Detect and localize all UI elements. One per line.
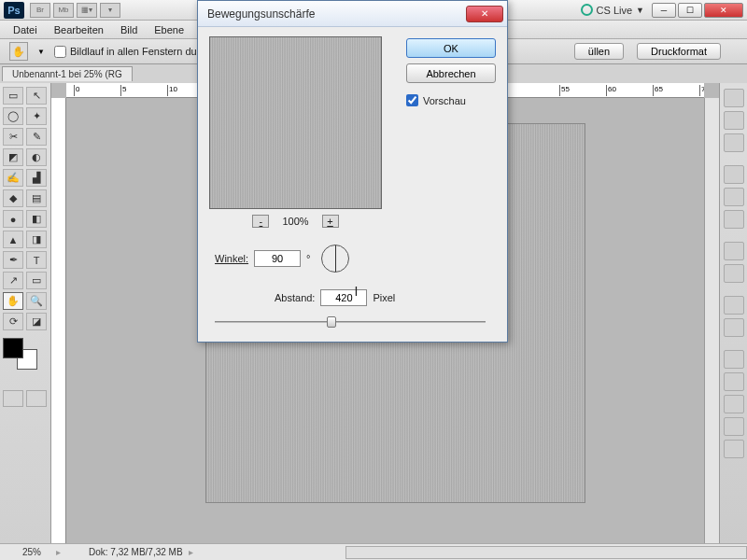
tool-4[interactable]: ✂ [3, 128, 23, 146]
tool-17[interactable]: T [26, 251, 47, 269]
dialog-title: Bewegungsunschärfe [207, 7, 315, 21]
tool-11[interactable]: ▤ [26, 189, 47, 207]
zoom-in-button[interactable]: + [322, 215, 339, 228]
scrollbar-vertical[interactable] [704, 98, 719, 543]
scroll-all-checkbox[interactable]: Bildlauf in allen Fenstern du [54, 46, 197, 58]
panel-icon-0[interactable] [724, 89, 744, 107]
cancel-button[interactable]: Abbrechen [406, 63, 496, 83]
tool-3[interactable]: ✦ [26, 107, 47, 125]
panel-icon-9[interactable] [724, 318, 744, 337]
chevron-down-icon: ▼ [636, 6, 644, 15]
tool-5[interactable]: ✎ [26, 128, 47, 146]
tool-22[interactable]: ⟳ [3, 313, 23, 330]
tool-21[interactable]: 🔍 [26, 292, 47, 310]
tool-10[interactable]: ◆ [3, 189, 23, 207]
menu-datei[interactable]: Datei [6, 22, 45, 37]
dialog-close-button[interactable]: ✕ [466, 6, 503, 22]
tool-16[interactable]: ✒ [3, 251, 23, 269]
preview-checkbox[interactable]: Vorschau [406, 94, 496, 106]
distance-input[interactable] [320, 289, 367, 306]
ok-button[interactable]: OK [406, 38, 496, 58]
panel-icon-10[interactable] [724, 350, 744, 369]
tool-2[interactable]: ◯ [3, 107, 23, 125]
tool-19[interactable]: ▭ [26, 272, 47, 289]
close-button[interactable]: ✕ [704, 3, 743, 18]
ruler-tick: 55 [559, 85, 570, 96]
zoom-label: 100% [282, 216, 308, 227]
panel-icon-1[interactable] [724, 111, 744, 130]
tool-20[interactable]: ✋ [3, 292, 23, 310]
ruler-tick: 5 [120, 85, 126, 96]
cslive-label: CS Live [597, 5, 633, 16]
distance-label: Abstand: [275, 292, 315, 303]
foreground-color[interactable] [3, 338, 23, 358]
panel-icon-2[interactable] [724, 133, 744, 152]
zoom-out-button[interactable]: - [252, 215, 269, 228]
tool-15[interactable]: ◨ [26, 231, 47, 248]
cslive-menu[interactable]: CS Live ▼ [581, 4, 644, 16]
distance-unit: Pixel [373, 292, 395, 303]
tool-14[interactable]: ▲ [3, 231, 23, 248]
degree-label: ° [306, 253, 310, 264]
panel-icon-13[interactable] [724, 417, 744, 436]
app-logo: Ps [4, 2, 24, 19]
tool-7[interactable]: ◐ [26, 148, 47, 166]
maximize-button[interactable]: ☐ [678, 3, 702, 18]
quickmask-button[interactable] [3, 390, 23, 407]
tool-12[interactable]: ● [3, 210, 23, 228]
printformat-button[interactable]: Druckformat [637, 43, 721, 60]
toolbox: ▭↖◯✦✂✎◩◐✍▟◆▤●◧▲◨✒T↗▭✋🔍⟳◪ [0, 83, 51, 543]
document-tab[interactable]: Unbenannt-1 bei 25% (RG [2, 66, 133, 81]
filter-preview[interactable] [209, 36, 382, 209]
minibridge-button[interactable]: Mb [53, 3, 74, 18]
tool-13[interactable]: ◧ [26, 210, 47, 228]
angle-dial[interactable] [321, 245, 349, 273]
ruler-tick: 60 [606, 85, 616, 96]
dialog-titlebar[interactable]: Bewegungsunschärfe ✕ [198, 1, 507, 27]
scroll-all-label: Bildlauf in allen Fenstern du [70, 46, 197, 57]
panel-icon-11[interactable] [724, 372, 744, 391]
motion-blur-dialog: Bewegungsunschärfe ✕ - 100% + OK Abbrech… [197, 0, 508, 343]
bridge-button[interactable]: Br [30, 3, 50, 18]
panel-icon-8[interactable] [724, 296, 744, 315]
menu-bild[interactable]: Bild [113, 22, 145, 37]
color-swatches[interactable] [3, 338, 40, 370]
panel-icon-14[interactable] [724, 440, 744, 458]
panel-icon-12[interactable] [724, 395, 744, 413]
menu-ebene[interactable]: Ebene [147, 22, 191, 37]
menu-bearbeiten[interactable]: Bearbeiten [47, 22, 111, 37]
tool-1[interactable]: ↖ [26, 87, 47, 105]
doc-size-label: Dok: 7,32 MB/7,32 MB [61, 547, 183, 557]
screenmode-button[interactable] [26, 390, 47, 407]
preview-checkbox-label: Vorschau [423, 95, 466, 106]
angle-input[interactable] [254, 250, 301, 267]
panel-icon-7[interactable] [724, 264, 744, 283]
panel-icon-6[interactable] [724, 242, 744, 260]
tool-23[interactable]: ◪ [26, 313, 47, 330]
fill-button[interactable]: üllen [574, 43, 624, 60]
tool-18[interactable]: ↗ [3, 272, 23, 289]
chevron-down-icon[interactable]: ▼ [37, 48, 45, 56]
ruler-vertical [51, 98, 66, 543]
zoom-field[interactable]: 25% [0, 547, 56, 557]
ruler-tick: 70 [699, 85, 704, 96]
scrollbar-horizontal[interactable] [345, 546, 747, 559]
cslive-icon [581, 4, 593, 16]
tool-9[interactable]: ▟ [26, 169, 47, 187]
status-bar: 25% ▸ Dok: 7,32 MB/7,32 MB ▸ [0, 543, 747, 560]
panel-icon-3[interactable] [724, 165, 744, 184]
tool-8[interactable]: ✍ [3, 169, 23, 187]
tool-6[interactable]: ◩ [3, 148, 23, 166]
minimize-button[interactable]: ─ [652, 3, 676, 18]
slider-thumb[interactable] [327, 316, 336, 328]
layout-button[interactable]: ▦▾ [77, 3, 97, 18]
extras-button[interactable]: ▾ [100, 3, 120, 18]
angle-label: Winkel: [215, 253, 248, 264]
right-panel-dock [719, 83, 747, 543]
hand-tool-icon[interactable]: ✋ [9, 42, 28, 61]
panel-icon-5[interactable] [724, 210, 744, 229]
ruler-tick: 65 [653, 85, 663, 96]
panel-icon-4[interactable] [724, 188, 744, 206]
distance-slider[interactable] [215, 315, 486, 329]
tool-0[interactable]: ▭ [3, 87, 23, 105]
